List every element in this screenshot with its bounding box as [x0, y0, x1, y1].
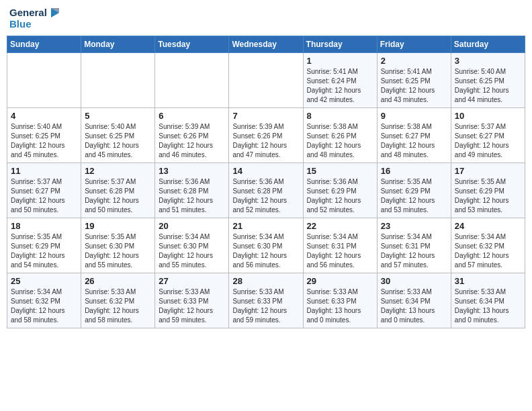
logo-text-general: General — [9, 7, 47, 19]
day-number: 4 — [11, 111, 77, 121]
day-number: 14 — [232, 166, 299, 176]
calendar-cell — [81, 52, 155, 107]
logo-arrow-icon — [48, 7, 60, 19]
logo-text-blue: Blue — [9, 19, 60, 30]
weekday-header: Monday — [81, 36, 155, 52]
day-number: 22 — [307, 221, 373, 231]
day-number: 18 — [11, 221, 77, 231]
calendar-cell: 28Sunrise: 5:33 AM Sunset: 6:33 PM Dayli… — [229, 273, 303, 328]
day-info: Sunrise: 5:34 AM Sunset: 6:32 PM Dayligh… — [455, 232, 521, 270]
day-number: 11 — [11, 166, 77, 176]
day-number: 1 — [307, 56, 373, 66]
day-number: 2 — [381, 56, 447, 66]
day-number: 17 — [455, 166, 521, 176]
weekday-header: Thursday — [303, 36, 377, 52]
day-info: Sunrise: 5:33 AM Sunset: 6:34 PM Dayligh… — [381, 287, 447, 325]
day-number: 7 — [232, 111, 299, 121]
weekday-header: Saturday — [451, 36, 525, 52]
weekday-header: Friday — [377, 36, 451, 52]
day-info: Sunrise: 5:35 AM Sunset: 6:30 PM Dayligh… — [85, 232, 151, 270]
day-info: Sunrise: 5:36 AM Sunset: 6:29 PM Dayligh… — [307, 177, 373, 215]
day-info: Sunrise: 5:35 AM Sunset: 6:29 PM Dayligh… — [11, 232, 77, 270]
day-info: Sunrise: 5:35 AM Sunset: 6:29 PM Dayligh… — [455, 177, 521, 215]
day-info: Sunrise: 5:37 AM Sunset: 6:28 PM Dayligh… — [85, 177, 151, 215]
day-info: Sunrise: 5:33 AM Sunset: 6:32 PM Dayligh… — [85, 287, 151, 325]
calendar-cell: 16Sunrise: 5:35 AM Sunset: 6:29 PM Dayli… — [377, 163, 451, 218]
calendar-cell: 3Sunrise: 5:40 AM Sunset: 6:25 PM Daylig… — [451, 52, 525, 107]
calendar-cell: 30Sunrise: 5:33 AM Sunset: 6:34 PM Dayli… — [377, 273, 451, 328]
day-info: Sunrise: 5:40 AM Sunset: 6:25 PM Dayligh… — [11, 122, 77, 160]
calendar-cell: 25Sunrise: 5:34 AM Sunset: 6:32 PM Dayli… — [7, 273, 81, 328]
calendar-week-row: 18Sunrise: 5:35 AM Sunset: 6:29 PM Dayli… — [7, 218, 525, 273]
day-info: Sunrise: 5:33 AM Sunset: 6:34 PM Dayligh… — [455, 287, 521, 325]
calendar-cell: 19Sunrise: 5:35 AM Sunset: 6:30 PM Dayli… — [81, 218, 155, 273]
day-info: Sunrise: 5:33 AM Sunset: 6:33 PM Dayligh… — [159, 287, 225, 325]
day-number: 9 — [381, 111, 447, 121]
day-number: 8 — [307, 111, 373, 121]
calendar-cell: 21Sunrise: 5:34 AM Sunset: 6:30 PM Dayli… — [229, 218, 303, 273]
day-info: Sunrise: 5:36 AM Sunset: 6:28 PM Dayligh… — [159, 177, 225, 215]
day-number: 24 — [455, 221, 521, 231]
day-number: 15 — [307, 166, 373, 176]
day-number: 23 — [381, 221, 447, 231]
day-number: 3 — [455, 56, 521, 66]
calendar-cell: 13Sunrise: 5:36 AM Sunset: 6:28 PM Dayli… — [155, 163, 229, 218]
calendar-cell — [229, 52, 303, 107]
calendar-cell: 1Sunrise: 5:41 AM Sunset: 6:24 PM Daylig… — [303, 52, 377, 107]
day-info: Sunrise: 5:34 AM Sunset: 6:31 PM Dayligh… — [381, 232, 447, 270]
logo: General Blue — [9, 7, 60, 30]
calendar-cell: 12Sunrise: 5:37 AM Sunset: 6:28 PM Dayli… — [81, 163, 155, 218]
day-number: 26 — [85, 276, 151, 286]
day-info: Sunrise: 5:40 AM Sunset: 6:25 PM Dayligh… — [455, 67, 521, 105]
day-info: Sunrise: 5:39 AM Sunset: 6:26 PM Dayligh… — [159, 122, 225, 160]
day-info: Sunrise: 5:33 AM Sunset: 6:33 PM Dayligh… — [307, 287, 373, 325]
day-number: 16 — [381, 166, 447, 176]
day-info: Sunrise: 5:34 AM Sunset: 6:32 PM Dayligh… — [11, 287, 77, 325]
day-info: Sunrise: 5:37 AM Sunset: 6:27 PM Dayligh… — [455, 122, 521, 160]
calendar-cell: 20Sunrise: 5:34 AM Sunset: 6:30 PM Dayli… — [155, 218, 229, 273]
calendar-cell: 22Sunrise: 5:34 AM Sunset: 6:31 PM Dayli… — [303, 218, 377, 273]
calendar-week-row: 11Sunrise: 5:37 AM Sunset: 6:27 PM Dayli… — [7, 163, 525, 218]
weekday-header: Tuesday — [155, 36, 229, 52]
day-number: 12 — [85, 166, 151, 176]
calendar-week-row: 25Sunrise: 5:34 AM Sunset: 6:32 PM Dayli… — [7, 273, 525, 328]
calendar-week-row: 1Sunrise: 5:41 AM Sunset: 6:24 PM Daylig… — [7, 52, 525, 107]
day-info: Sunrise: 5:40 AM Sunset: 6:25 PM Dayligh… — [85, 122, 151, 160]
weekday-header: Sunday — [7, 36, 81, 52]
day-info: Sunrise: 5:33 AM Sunset: 6:33 PM Dayligh… — [232, 287, 299, 325]
calendar-cell: 26Sunrise: 5:33 AM Sunset: 6:32 PM Dayli… — [81, 273, 155, 328]
day-info: Sunrise: 5:35 AM Sunset: 6:29 PM Dayligh… — [381, 177, 447, 215]
day-number: 6 — [159, 111, 225, 121]
day-info: Sunrise: 5:34 AM Sunset: 6:30 PM Dayligh… — [159, 232, 225, 270]
calendar-cell: 2Sunrise: 5:41 AM Sunset: 6:25 PM Daylig… — [377, 52, 451, 107]
calendar-cell: 7Sunrise: 5:39 AM Sunset: 6:26 PM Daylig… — [229, 107, 303, 163]
day-info: Sunrise: 5:34 AM Sunset: 6:30 PM Dayligh… — [232, 232, 299, 270]
calendar-week-row: 4Sunrise: 5:40 AM Sunset: 6:25 PM Daylig… — [7, 107, 525, 163]
day-info: Sunrise: 5:34 AM Sunset: 6:31 PM Dayligh… — [307, 232, 373, 270]
calendar-header-row: SundayMondayTuesdayWednesdayThursdayFrid… — [7, 36, 525, 52]
calendar-cell: 24Sunrise: 5:34 AM Sunset: 6:32 PM Dayli… — [451, 218, 525, 273]
day-number: 13 — [159, 166, 225, 176]
weekday-header: Wednesday — [229, 36, 303, 52]
calendar-cell — [7, 52, 81, 107]
day-info: Sunrise: 5:41 AM Sunset: 6:25 PM Dayligh… — [381, 67, 447, 105]
calendar-cell: 31Sunrise: 5:33 AM Sunset: 6:34 PM Dayli… — [451, 273, 525, 328]
day-info: Sunrise: 5:36 AM Sunset: 6:28 PM Dayligh… — [232, 177, 299, 215]
calendar-cell: 4Sunrise: 5:40 AM Sunset: 6:25 PM Daylig… — [7, 107, 81, 163]
calendar-cell: 18Sunrise: 5:35 AM Sunset: 6:29 PM Dayli… — [7, 218, 81, 273]
day-number: 28 — [232, 276, 299, 286]
day-info: Sunrise: 5:37 AM Sunset: 6:27 PM Dayligh… — [11, 177, 77, 215]
day-number: 10 — [455, 111, 521, 121]
calendar-cell: 14Sunrise: 5:36 AM Sunset: 6:28 PM Dayli… — [229, 163, 303, 218]
day-info: Sunrise: 5:38 AM Sunset: 6:26 PM Dayligh… — [307, 122, 373, 160]
calendar-cell: 5Sunrise: 5:40 AM Sunset: 6:25 PM Daylig… — [81, 107, 155, 163]
day-number: 27 — [159, 276, 225, 286]
page-header: General Blue — [7, 7, 525, 30]
day-number: 29 — [307, 276, 373, 286]
calendar-cell: 27Sunrise: 5:33 AM Sunset: 6:33 PM Dayli… — [155, 273, 229, 328]
day-number: 20 — [159, 221, 225, 231]
calendar-cell — [155, 52, 229, 107]
day-number: 19 — [85, 221, 151, 231]
calendar-cell: 23Sunrise: 5:34 AM Sunset: 6:31 PM Dayli… — [377, 218, 451, 273]
calendar-cell: 11Sunrise: 5:37 AM Sunset: 6:27 PM Dayli… — [7, 163, 81, 218]
